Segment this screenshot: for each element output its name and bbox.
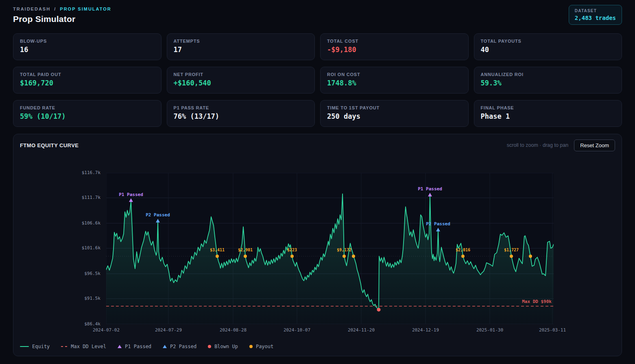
legend-label: Payout (256, 344, 273, 349)
p2-passed-label: P2 Passed (426, 221, 450, 227)
legend-item-blown-up[interactable]: Blown Up (208, 344, 238, 349)
p2-passed-label: P2 Passed (146, 212, 170, 218)
stat-card-time-to-1st-payout: TIME TO 1ST PAYOUT250 days (320, 100, 469, 127)
stat-label: ROI ON COST (327, 72, 462, 77)
legend-item-p2-passed[interactable]: P2 Passed (163, 344, 196, 349)
payout-amount-label: $1,727 (504, 248, 519, 252)
stat-card-funded-rate: FUNDED RATE59% (10/17) (13, 100, 161, 127)
dashed-line-icon (61, 346, 68, 347)
x-axis-tick-label: 2024-07-29 (144, 327, 193, 333)
stat-value: 17 (174, 46, 308, 54)
chart-header: FTMO EQUITY CURVE scroll to zoom · drag … (13, 134, 622, 156)
stat-card-total-paid-out: TOTAL PAID OUT$169,720 (13, 67, 161, 94)
legend-label: P1 Passed (125, 344, 151, 349)
legend-item-max-dd[interactable]: Max DD Level (61, 344, 106, 349)
payout-dot (352, 255, 355, 258)
zoom-pan-hint: scroll to zoom · drag to pan (507, 142, 568, 148)
x-axis-tick-label: 2024-11-20 (337, 327, 386, 333)
p1-passed-label: P1 Passed (418, 186, 442, 192)
chart-legend: Equity Max DD Level P1 Passed P2 Passed … (20, 344, 273, 349)
stats-grid: BLOW-UPS16ATTEMPTS17TOTAL COST-$9,180TOT… (13, 33, 622, 127)
stat-value: 59.3% (481, 79, 615, 87)
stat-card-p1-pass-rate: P1 PASS RATE76% (13/17) (167, 100, 315, 127)
payout-dot (244, 255, 247, 258)
payout-amount-label: $2,016 (456, 248, 470, 252)
x-axis-tick-label: 2025-01-30 (465, 327, 514, 333)
stat-label: TIME TO 1ST PAYOUT (327, 105, 462, 110)
payout-amount-label: $3,411 (210, 248, 225, 252)
p2-passed-triangle-icon (436, 228, 440, 231)
legend-item-p1-passed[interactable]: P1 Passed (118, 344, 151, 349)
stat-label: BLOW-UPS (20, 39, 155, 44)
stat-label: TOTAL PAID OUT (20, 72, 155, 77)
triangle-up-blue-icon (163, 345, 167, 348)
payout-dot (529, 255, 532, 258)
x-axis-tick-label: 2024-10-07 (273, 327, 321, 333)
payout-dot (343, 255, 346, 258)
stat-label: ANNUALIZED ROI (481, 72, 615, 77)
y-axis-tick-label: $96.5k (13, 271, 100, 276)
stat-value: 59% (10/17) (20, 112, 155, 120)
stat-label: ATTEMPTS (174, 39, 308, 44)
stat-label: NET PROFIT (174, 72, 308, 77)
stat-label: P1 PASS RATE (174, 105, 308, 110)
x-axis-tick-label: 2024-08-28 (209, 327, 257, 333)
equity-curve-plot[interactable]: Max DD $90k$3,411$2,901$223$9,172$2,016$… (106, 173, 554, 324)
equity-line-icon (20, 346, 29, 347)
triangle-up-purple-icon (118, 345, 122, 348)
legend-label: Equity (32, 344, 50, 349)
equity-curve-card: FTMO EQUITY CURVE scroll to zoom · drag … (13, 134, 622, 356)
y-axis-labels: $116.7k$111.7k$106.6k$101.6k$96.5k$91.5k… (13, 173, 100, 324)
orange-dot-icon (249, 345, 253, 348)
y-axis-tick-label: $111.7k (13, 195, 100, 200)
dataset-badge-label: DATASET (575, 9, 616, 13)
p1-passed-label: P1 Passed (119, 192, 143, 197)
equity-curve-svg[interactable]: Max DD $90k$3,411$2,901$223$9,172$2,016$… (106, 173, 554, 324)
breadcrumb: TRAIDEDASH / PROP SIMULATOR (13, 7, 622, 11)
dataset-badge: DATASET 2,483 trades (569, 5, 622, 25)
stat-value: Phase 1 (481, 112, 615, 120)
stat-value: 40 (481, 46, 615, 54)
legend-item-equity[interactable]: Equity (20, 344, 50, 349)
payout-dot (510, 255, 513, 258)
stat-card-net-profit: NET PROFIT+$160,540 (167, 67, 315, 94)
payout-amount-label: $223 (287, 248, 297, 252)
breadcrumb-separator: / (54, 7, 56, 11)
payout-dot (290, 255, 294, 258)
y-axis-tick-label: $116.7k (13, 170, 100, 175)
stat-card-final-phase: FINAL PHASEPhase 1 (474, 100, 622, 127)
legend-label: P2 Passed (170, 344, 196, 349)
stat-value: 250 days (327, 112, 462, 120)
y-axis-tick-label: $91.5k (13, 296, 100, 301)
reset-zoom-button[interactable]: Reset Zoom (574, 139, 615, 151)
payout-amount-label: $9,172 (337, 248, 351, 252)
y-axis-tick-label: $101.6k (13, 245, 100, 251)
page-title: Prop Simulator (13, 14, 622, 24)
stat-card-roi-on-cost: ROI ON COST1748.8% (320, 67, 469, 94)
y-axis-tick-label: $86.4k (13, 321, 100, 327)
breadcrumb-current: PROP SIMULATOR (60, 7, 111, 11)
p1-passed-triangle-icon (129, 198, 133, 202)
page-header: TRAIDEDASH / PROP SIMULATOR Prop Simulat… (0, 0, 635, 33)
stat-label: TOTAL COST (327, 39, 462, 44)
stat-value: -$9,180 (327, 46, 462, 54)
stat-card-total-payouts: TOTAL PAYOUTS40 (474, 33, 622, 60)
chart-header-right: scroll to zoom · drag to pan Reset Zoom (507, 139, 615, 151)
payout-amount-label: $2,901 (238, 248, 253, 252)
legend-item-payout[interactable]: Payout (249, 344, 273, 349)
y-axis-tick-label: $106.6k (13, 220, 100, 226)
chart-title: FTMO EQUITY CURVE (20, 142, 79, 148)
payout-dot (461, 255, 465, 258)
blown-up-dot (377, 308, 381, 312)
equity-area-fill (106, 194, 554, 324)
stat-value: +$160,540 (174, 79, 308, 87)
stat-value: 1748.8% (327, 79, 462, 87)
stat-label: FUNDED RATE (20, 105, 155, 110)
breadcrumb-root-link[interactable]: TRAIDEDASH (13, 7, 50, 11)
stat-label: TOTAL PAYOUTS (481, 39, 615, 44)
p2-passed-triangle-icon (156, 219, 160, 222)
payout-dot (216, 255, 219, 258)
stat-card-annualized-roi: ANNUALIZED ROI59.3% (474, 67, 622, 94)
stat-value: 16 (20, 46, 155, 54)
x-axis-tick-label: 2025-03-11 (528, 327, 577, 333)
